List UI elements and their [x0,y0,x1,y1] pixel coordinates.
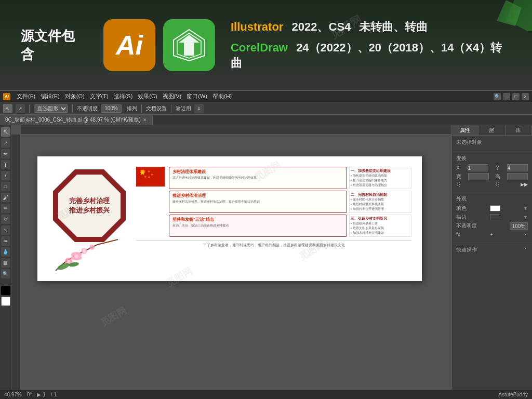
ruler-vertical [11,135,21,390]
coreldraw-label: CorelDraw [231,41,288,54]
stroke-row: 描边 ▼ [456,214,528,221]
left-toolbar: ↖ ↗ ✒ T \ □ 🖌 ✏ ↻ ⤡ ∞ 💧 ▦ 🔍 [0,125,11,390]
menu-type[interactable]: 文字(T) [90,92,109,100]
stroke-color-swatch[interactable] [490,214,500,220]
menu-window[interactable]: 窗口(W) [187,92,207,100]
opacity-panel-input[interactable] [510,222,528,230]
document-tab[interactable]: 0C_墙面乡村_0006_CS4_转曲.ai @ 48.97 % (CMYK/预… [0,115,153,125]
menu-effect[interactable]: 效果(C) [138,92,157,100]
paintbrush-tool[interactable]: 🖌 [1,193,10,202]
link-icon: ⛓ [456,182,461,187]
canvas-area[interactable]: 完善乡村治理 推进乡村振兴 [11,125,451,390]
x-input[interactable] [468,164,488,171]
party-flag: ★ ★ ★ ★ ★ [136,167,165,187]
menu-help[interactable]: 帮助(H) [212,92,232,100]
arrange-label: 排列 [127,105,137,112]
octagon-frame: 完善乡村治理 推进乡村振兴 [53,169,126,242]
line-tool[interactable]: \ [1,171,10,180]
stroke-arrow: ▼ [523,215,528,220]
artboard: 完善乡村治理 推进乡村振兴 [37,156,422,281]
svg-point-9 [89,245,95,250]
w-label: 宽 [456,173,461,180]
ruler-horizontal [21,125,451,135]
type-tool[interactable]: T [1,160,10,169]
toolbar-separator-2 [72,104,73,113]
banner-line2: CorelDraw 24（2022）、20（2018）、14（X4）转曲 [231,40,511,71]
fx-more-icon[interactable]: ⋯ [523,232,528,237]
main-toolbar: ↖ ↗ 直选圆形 不透明度 排列 文档设置 靠近用 ≡ [0,102,532,115]
stroke-label: 描边 [456,214,467,221]
more-options-button[interactable]: ≡ [194,104,204,113]
opacity-panel-label: 不透明度 [456,222,477,230]
menu-select[interactable]: 选择(S) [114,92,133,100]
w-input[interactable] [468,173,489,180]
select-tool-button[interactable]: ↖ [3,104,12,113]
stroke-color[interactable] [1,297,10,306]
direct-select-button[interactable]: ↗ [16,104,25,113]
panel-no-selection: 未选择对象 [452,136,532,152]
appearance-label: 外观 [456,195,528,203]
h-input[interactable] [507,173,528,180]
menu-file[interactable]: 文件(F) [17,92,35,100]
blend-tool[interactable]: ∞ [1,236,10,246]
menu-edit[interactable]: 编辑(E) [41,92,60,100]
main-area: ↖ ↗ ✒ T \ □ 🖌 ✏ ↻ ⤡ ∞ 💧 ▦ 🔍 [0,125,532,390]
text-settings-button[interactable]: 文档设置 [146,105,167,112]
align-label: 靠近用 [176,105,191,112]
window-controls[interactable]: 🔍 _ □ × [494,93,529,100]
fill-color-swatch[interactable] [490,205,500,211]
shape-tool[interactable]: □ [1,182,10,191]
fill-color[interactable] [1,286,10,295]
menu-view[interactable]: 视图(V) [163,92,182,100]
flag-area: ★ ★ ★ ★ ★ [136,167,411,237]
transform-label: 变换 [456,155,528,162]
status-angle: 0° [27,392,32,397]
maximize-button[interactable]: □ [512,93,520,100]
pen-tool[interactable]: ✒ [1,149,10,158]
close-button[interactable]: × [522,93,529,100]
fill-label: 填色 [456,205,467,212]
svg-text:★: ★ [140,168,146,175]
quick-actions-more[interactable]: ⋯ [523,246,528,251]
rotate-tool[interactable]: ↻ [1,215,10,224]
octagon-inner: 完善乡村治理 推进乡村振兴 [58,175,121,237]
shape-dropdown[interactable]: 直选圆形 [34,104,68,113]
panel-tab-layers[interactable]: 层 [478,125,505,135]
fx-plus-icon[interactable]: ＋ [489,231,494,238]
status-bar: 48.97% 0° ▶ 1 / 1 AstuteBuddy [0,390,532,399]
flowers-decoration [50,234,123,271]
panel-tab-bar[interactable]: 属性 层 库 [452,125,532,136]
panel-appearance-section: 外观 填色 ▼ 描边 ▼ 不透明度 fx ＋ ⋯ [452,192,532,243]
link-icon-2: ⛓ [495,182,500,187]
panel-tab-library[interactable]: 库 [506,125,532,135]
more-icon[interactable]: ▶▶ [521,182,528,187]
pencil-tool[interactable]: ✏ [1,204,10,213]
panel-transform-section: 变换 X Y 宽 高 ⛓ ⛓ ▶▶ [452,152,532,192]
fill-arrow: ▼ [523,206,528,211]
astute-buddy-label: AstuteBuddy [498,392,528,397]
eyedropper-tool[interactable]: 💧 [1,247,10,257]
toolbar-separator-1 [29,104,30,113]
minimize-button[interactable]: _ [503,93,510,100]
design-left: 完善乡村治理 推进乡村振兴 [48,164,131,273]
panel-xy-row: X Y [456,164,528,171]
zoom-tool[interactable]: 🔍 [1,269,10,278]
menu-object[interactable]: 对象(O) [65,92,85,100]
gradient-tool[interactable]: ▦ [1,258,10,268]
fx-label[interactable]: fx [456,232,460,237]
toolbar-separator-3 [141,104,142,113]
title-bar: Ai 文件(F) 编辑(E) 对象(O) 文字(T) 选择(S) 效果(C) 视… [0,91,532,102]
search-icon[interactable]: 🔍 [494,93,501,100]
document-tab-close[interactable]: ✕ [143,115,147,125]
content-list-3: 三、弘扬乡村文明新风 • 推进移风易俗工作 • 培育文明乡风良好家风 • 加强农… [349,215,411,237]
app-icon: Ai [3,93,10,100]
opacity-input[interactable] [101,104,122,113]
selection-tool[interactable]: ↖ [1,127,10,137]
menu-bar[interactable]: 文件(F) 编辑(E) 对象(O) 文字(T) 选择(S) 效果(C) 视图(V… [17,92,232,100]
fx-row: fx ＋ ⋯ [456,231,528,238]
scale-tool[interactable]: ⤡ [1,225,10,235]
direct-selection-tool[interactable]: ↗ [1,138,10,148]
y-input[interactable] [507,164,528,171]
design-middle: ★ ★ ★ ★ ★ [136,164,411,273]
panel-tab-properties[interactable]: 属性 [452,125,478,135]
